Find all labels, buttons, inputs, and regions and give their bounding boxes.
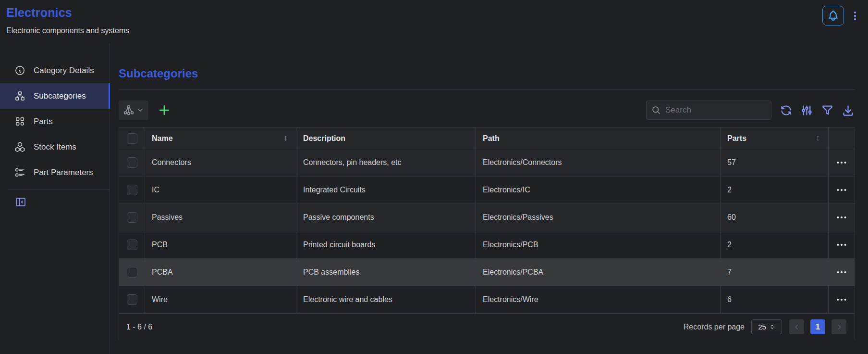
sitemap-icon xyxy=(14,90,25,101)
table-row[interactable]: PCBAPCB assembliesElectronics/PCBA7 xyxy=(119,259,855,286)
cell-description: Electronic wire and cables xyxy=(296,286,476,313)
table-row[interactable]: WireElectronic wire and cablesElectronic… xyxy=(119,286,855,314)
page-1-button[interactable]: 1 xyxy=(810,319,825,334)
row-checkbox-cell xyxy=(119,231,145,258)
sort-icon[interactable] xyxy=(814,135,821,142)
ellipsis-icon xyxy=(835,211,848,224)
row-checkbox[interactable] xyxy=(127,240,137,250)
cell-name: Passives xyxy=(145,204,296,231)
filter-button[interactable] xyxy=(820,103,834,117)
cell-path: Electronics/PCB xyxy=(476,231,721,258)
row-actions-cell xyxy=(829,231,855,258)
column-label: Description xyxy=(303,134,345,143)
row-actions-cell xyxy=(829,149,855,176)
pagination: 1 xyxy=(789,319,846,334)
cell-description: Integrated Circuits xyxy=(296,177,476,203)
cell-parts: 6 xyxy=(721,286,829,313)
row-checkbox[interactable] xyxy=(127,294,137,305)
row-actions-button[interactable] xyxy=(835,293,848,306)
sidebar-item-label: Subcategories xyxy=(34,91,86,101)
sidebar-item-category-details[interactable]: Category Details xyxy=(0,58,110,83)
row-checkbox[interactable] xyxy=(127,185,137,195)
collapse-sidebar-button[interactable] xyxy=(15,196,26,208)
adjustments-icon xyxy=(800,104,813,117)
table-toolbar xyxy=(119,101,855,120)
cell-description: Passive components xyxy=(296,204,476,231)
refresh-icon xyxy=(780,104,793,117)
page-subtitle: Electronic components and systems xyxy=(6,26,129,35)
table-row[interactable]: ConnectorsConnectors, pin headers, etcEl… xyxy=(119,149,855,177)
cell-parts: 57 xyxy=(721,149,829,176)
search-input[interactable] xyxy=(665,105,771,115)
table-settings-button[interactable] xyxy=(799,103,814,117)
filter-icon xyxy=(821,104,834,117)
cell-path: Electronics/IC xyxy=(476,177,721,203)
row-checkbox-cell xyxy=(119,286,145,313)
select-all-checkbox[interactable] xyxy=(127,133,137,144)
table-body: ConnectorsConnectors, pin headers, etcEl… xyxy=(119,149,855,314)
sidebar-item-label: Part Parameters xyxy=(34,168,93,177)
tree-view-button[interactable] xyxy=(119,101,148,120)
toolbar-left xyxy=(119,101,174,120)
row-actions-button[interactable] xyxy=(835,239,848,251)
sort-icon[interactable] xyxy=(282,135,289,142)
header-checkbox-cell xyxy=(119,128,145,149)
page-title: Electronics xyxy=(6,6,129,20)
sidebar-item-parts[interactable]: Parts xyxy=(0,109,110,134)
row-checkbox-cell xyxy=(119,204,145,231)
sidebar-item-part-parameters[interactable]: Part Parameters xyxy=(0,160,110,185)
pagination-controls: Records per page 25 1 xyxy=(684,319,846,334)
row-actions-button[interactable] xyxy=(835,211,848,224)
page-header-text: Electronics Electronic components and sy… xyxy=(6,6,129,35)
chevron-right-icon xyxy=(835,323,843,331)
cell-parts: 7 xyxy=(721,259,829,286)
cell-parts: 2 xyxy=(721,231,829,258)
row-checkbox[interactable] xyxy=(127,157,137,168)
cell-path: Electronics/Passives xyxy=(476,204,721,231)
cell-name: PCBA xyxy=(145,259,296,286)
cell-parts: 60 xyxy=(721,204,829,231)
row-actions-cell xyxy=(829,177,855,203)
table-row[interactable]: ICIntegrated CircuitsElectronics/IC2 xyxy=(119,177,855,204)
row-checkbox[interactable] xyxy=(127,267,137,278)
column-label: Name xyxy=(152,134,173,143)
row-checkbox[interactable] xyxy=(127,212,137,223)
row-actions-button[interactable] xyxy=(835,156,848,169)
sidebar-item-subcategories[interactable]: Subcategories xyxy=(0,83,110,109)
refresh-button[interactable] xyxy=(779,103,793,117)
download-button[interactable] xyxy=(841,103,855,117)
page-size-select[interactable]: 25 xyxy=(751,319,782,334)
next-page-button[interactable] xyxy=(831,319,846,334)
overflow-menu-button[interactable] xyxy=(849,6,861,25)
sidebar-tabs: Category Details Subcategories Parts xyxy=(0,58,110,185)
column-header-name[interactable]: Name xyxy=(145,128,296,149)
category-grid-icon xyxy=(14,116,25,127)
packages-icon xyxy=(14,141,25,152)
list-details-icon xyxy=(14,167,25,178)
records-per-page-label: Records per page xyxy=(684,323,745,331)
previous-page-button[interactable] xyxy=(789,319,804,334)
column-header-description[interactable]: Description xyxy=(296,128,476,149)
info-circle-icon xyxy=(14,65,25,76)
row-actions-button[interactable] xyxy=(835,266,848,278)
table-row[interactable]: PassivesPassive componentsElectronics/Pa… xyxy=(119,204,855,231)
column-header-parts[interactable]: Parts xyxy=(721,128,829,149)
page-header: Electronics Electronic components and sy… xyxy=(0,0,868,43)
download-icon xyxy=(842,104,855,117)
notifications-button[interactable] xyxy=(822,6,844,25)
column-header-path[interactable]: Path xyxy=(476,128,721,149)
table-row[interactable]: PCBPrinted circuit boardsElectronics/PCB… xyxy=(119,231,855,259)
cell-name: Connectors xyxy=(145,149,296,176)
sidebar-collapse-icon xyxy=(15,196,26,208)
subcategories-table: Name Description Path Parts xyxy=(119,127,855,340)
row-actions-button[interactable] xyxy=(835,184,848,196)
header-actions xyxy=(822,6,861,25)
column-label: Path xyxy=(483,134,500,143)
cell-description: PCB assemblies xyxy=(296,259,476,286)
add-subcategory-button[interactable] xyxy=(155,101,174,120)
vertical-dots-menu-icon xyxy=(849,10,861,22)
tree-fork-icon xyxy=(123,104,134,116)
row-checkbox-cell xyxy=(119,149,145,176)
sidebar-item-stock-items[interactable]: Stock Items xyxy=(0,134,110,160)
column-header-actions xyxy=(829,128,855,149)
